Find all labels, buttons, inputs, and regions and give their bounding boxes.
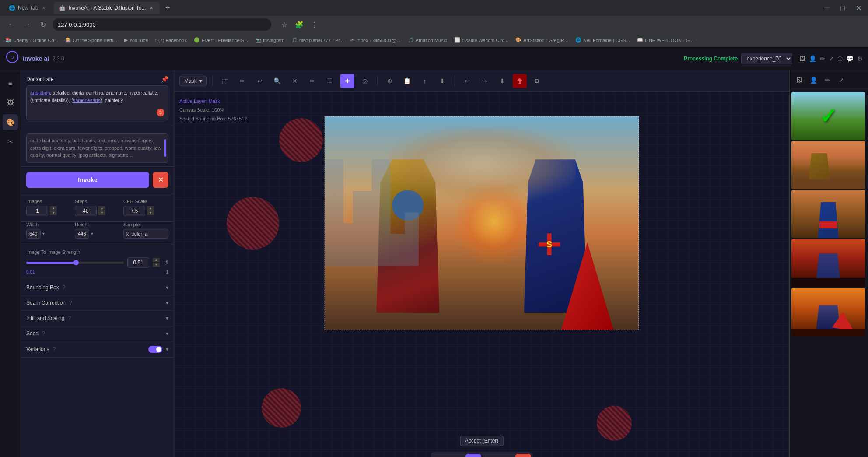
width-select[interactable]: 640 — [26, 229, 41, 239]
save-generation-button[interactable]: 💾 — [499, 454, 514, 457]
tool-list[interactable]: ☰ — [323, 74, 337, 88]
user-icon[interactable]: 👤 — [809, 55, 816, 62]
seed-section[interactable]: Seed ? ▾ — [21, 326, 174, 341]
cancel-button[interactable]: ✕ — [153, 172, 168, 188]
discord-icon[interactable]: 💬 — [846, 55, 854, 62]
seam-correction-section[interactable]: Seam Correction ? ▾ — [21, 295, 174, 311]
minimize-button[interactable]: ─ — [821, 2, 833, 14]
tool-save-canvas[interactable]: ⬇ — [495, 74, 509, 88]
images-up[interactable]: ▲ — [50, 206, 57, 211]
bookmark-disciple[interactable]: 🎵 discipleneil777 - Pr... — [291, 37, 344, 43]
bookmark-amazon[interactable]: 🎵 Amazon Music — [408, 37, 447, 43]
refresh-button[interactable]: ↻ — [37, 18, 49, 31]
images-down[interactable]: ▼ — [50, 211, 57, 215]
sampler-select[interactable]: k_euler_a — [123, 229, 168, 239]
bookmark-udemy[interactable]: 📚 Udemy - Online Co... — [5, 37, 58, 43]
positive-prompt-text[interactable]: artstation, detailed, digital painting, … — [26, 85, 168, 120]
bookmark-inbox[interactable]: ✉ Inbox - klk56831@... — [350, 37, 400, 43]
thumbnail-5[interactable] — [791, 288, 865, 336]
experience-select[interactable]: experience_70 — [741, 53, 792, 64]
tool-delete[interactable]: 🗑 — [513, 74, 527, 88]
tool-target[interactable]: ◎ — [358, 74, 372, 88]
pin-icon[interactable]: 📌 — [161, 76, 168, 83]
bounding-box-help[interactable]: ? — [63, 285, 66, 291]
gallery-view-icon[interactable]: 🖼 — [793, 74, 805, 86]
bookmark-webtoon[interactable]: 📖 LINE WEBTOON - G... — [637, 37, 694, 43]
bookmark-artstation[interactable]: 🎨 ArtStation - Greg R... — [515, 37, 568, 43]
thumbnail-2[interactable] — [791, 141, 865, 189]
view-generation-button[interactable]: 👁 — [482, 454, 498, 457]
prev-generation-button[interactable]: ◀ — [432, 454, 448, 457]
cfg-input[interactable] — [123, 206, 145, 216]
edit-icon[interactable]: ✏ — [820, 55, 825, 62]
variations-help[interactable]: ? — [52, 346, 56, 352]
edit-view-icon[interactable]: ✏ — [821, 74, 833, 86]
strength-reset[interactable]: ↺ — [163, 259, 168, 266]
tool-eraser[interactable]: ↩ — [253, 74, 267, 88]
tool-redo[interactable]: ↪ — [478, 74, 492, 88]
tool-undo[interactable]: ↩ — [460, 74, 474, 88]
user-view-icon[interactable]: 👤 — [807, 74, 819, 86]
bookmark-sports[interactable]: 🎰 Online Sports Betti... — [65, 37, 117, 43]
strength-input[interactable] — [127, 257, 149, 268]
tab-new-tab[interactable]: 🌐 New Tab ✕ — [4, 2, 52, 14]
cfg-up[interactable]: ▲ — [147, 206, 154, 211]
back-button[interactable]: ← — [5, 18, 18, 31]
forward-button[interactable]: → — [21, 18, 33, 31]
extensions-button[interactable]: 🧩 — [293, 18, 305, 31]
bookmark-wacom[interactable]: ⬜ disable Wacom Circ... — [454, 37, 509, 43]
strength-down[interactable]: ▼ — [153, 263, 160, 267]
infill-help[interactable]: ? — [68, 315, 71, 321]
steps-up[interactable]: ▲ — [98, 206, 105, 211]
infill-section[interactable]: Infill and Scaling ? ▾ — [21, 311, 174, 326]
thumbnail-4[interactable] — [791, 239, 865, 287]
close-window-button[interactable]: ✕ — [852, 2, 864, 14]
bookmark-star[interactable]: ☆ — [278, 18, 290, 31]
thumbnail-1[interactable]: ✓ — [791, 92, 865, 140]
gallery-icon[interactable]: 🖼 — [799, 55, 805, 62]
tool-add[interactable]: ✚ — [340, 74, 354, 88]
settings-icon[interactable]: ⚙ — [857, 55, 863, 62]
sidebar-icon-crop[interactable]: ✂ — [3, 134, 18, 149]
tab-close-2[interactable]: ✕ — [148, 5, 154, 11]
tab-close-1[interactable]: ✕ — [41, 5, 47, 11]
tool-selection[interactable]: ⬚ — [218, 74, 232, 88]
tool-paste[interactable]: 📋 — [400, 74, 414, 88]
tool-settings[interactable]: ⚙ — [530, 74, 544, 88]
strength-up[interactable]: ▲ — [153, 258, 160, 262]
maximize-button[interactable]: □ — [836, 2, 849, 14]
negative-prompt-text[interactable]: nude bad anatomy, bad hands, text, error… — [26, 133, 168, 163]
menu-button[interactable]: ⋮ — [308, 18, 320, 31]
sidebar-icon-image[interactable]: 🖼 — [3, 95, 18, 111]
seed-help[interactable]: ? — [42, 330, 45, 337]
accept-generation-button[interactable]: ✓ — [466, 454, 481, 457]
new-tab-button[interactable]: + — [161, 2, 174, 14]
height-select[interactable]: 448 — [75, 229, 89, 239]
steps-input[interactable] — [75, 206, 97, 216]
variations-section[interactable]: Variations ? ▾ — [21, 341, 174, 358]
next-generation-button[interactable]: ▶ — [449, 454, 465, 457]
seam-correction-help[interactable]: ? — [69, 300, 72, 306]
bounding-box-section[interactable]: Bounding Box ? ▾ — [21, 280, 174, 295]
bookmark-neil[interactable]: 🌐 Neil Fontaine | CGS... — [575, 37, 630, 43]
tool-download[interactable]: ⬇ — [435, 74, 449, 88]
tool-copy[interactable]: ⊕ — [383, 74, 397, 88]
mask-button[interactable]: Mask ▾ — [179, 76, 207, 86]
bookmark-youtube[interactable]: ▶ YouTube — [124, 37, 148, 43]
github-icon[interactable]: ⬡ — [837, 55, 843, 62]
thumbnail-3[interactable] — [791, 190, 865, 238]
steps-down[interactable]: ▼ — [98, 211, 105, 215]
bookmark-instagram[interactable]: 📷 Instagram — [255, 37, 284, 43]
address-bar[interactable]: 127.0.0.1:9090 — [52, 18, 271, 31]
tool-brush[interactable]: ✏ — [235, 74, 249, 88]
tool-pen[interactable]: ✏ — [305, 74, 319, 88]
bookmark-fiverr[interactable]: 🟢 Fiverr - Freelance S... — [194, 37, 248, 43]
expand-icon[interactable]: ⤢ — [829, 55, 834, 62]
sidebar-icon-layers[interactable]: ≡ — [3, 76, 18, 91]
canvas-area[interactable]: Active Layer: Mask Canvas Scale: 100% Sc… — [174, 92, 789, 457]
tool-upload[interactable]: ↑ — [418, 74, 432, 88]
variations-toggle[interactable] — [148, 346, 162, 353]
bookmark-facebook[interactable]: f (7) Facebook — [155, 38, 187, 43]
tool-zoom[interactable]: 🔍 — [270, 74, 284, 88]
strength-slider[interactable] — [26, 262, 124, 264]
